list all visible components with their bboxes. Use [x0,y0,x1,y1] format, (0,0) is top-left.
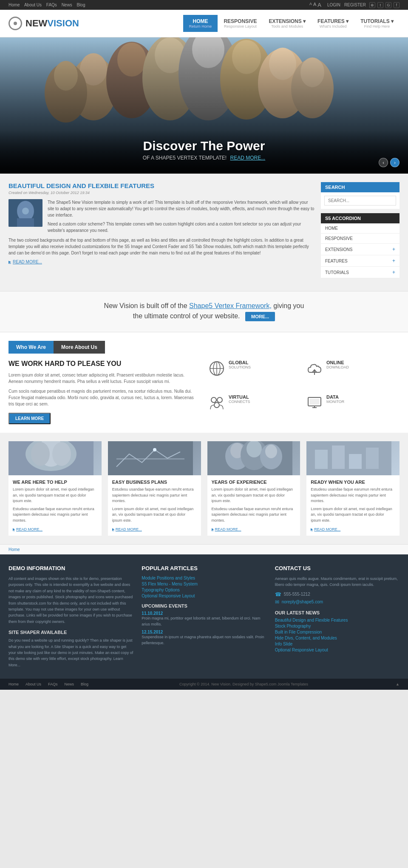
accordion-responsive[interactable]: RESPONSIVE [321,234,400,244]
footer-siteshaper-title: SITE SHAPER AVAILABLE [8,630,133,635]
accordion-features[interactable]: FEATURES + [321,255,400,267]
top-bar-right: A A A LOGIN REGISTER ⊕ t G f [309,2,400,8]
article-read-more[interactable]: READ MORE... [8,260,42,264]
users-icon [208,394,225,411]
social-icons[interactable]: ⊕ t G f [369,2,400,8]
footer-demo-text: All content and images shown on this sit… [8,576,133,625]
tagline-text2: giving you [273,302,304,309]
google-icon[interactable]: G [385,2,391,8]
footer-bottom-blog[interactable]: Blog [81,682,88,686]
sidebar-search-section: SEARCH [321,182,400,209]
accordion-features-label: FEATURES [325,259,348,263]
footer-article-3[interactable]: Typography Options [142,588,266,592]
hero-read-more[interactable]: READ MORE... [230,155,266,161]
font-size-small[interactable]: A [309,2,312,8]
footer-bottom-about[interactable]: About Us [26,682,41,686]
font-size-medium[interactable]: A [313,2,316,8]
accordion-tutorials-label: TUTORIALS [325,270,349,275]
article-image [8,199,42,227]
top-nav-blog[interactable]: Blog [76,3,85,7]
hero-nav[interactable]: ‹ › [379,158,400,167]
font-size-large[interactable]: A [317,2,321,8]
tab-who-we-are[interactable]: Who We Are [8,341,54,354]
breadcrumb-home[interactable]: Home [8,547,20,552]
nav-features[interactable]: FEATURES ▾ What's Included [312,15,354,32]
footer-bottom-home[interactable]: Home [8,682,19,686]
hero-prev-btn[interactable]: ‹ [379,158,388,167]
footer-bottom: Home About Us FAQs News Blog Copyright ©… [0,679,408,690]
accordion-extensions[interactable]: EXTENSIONS + [321,244,400,255]
footer-copyright: Copyright © 2014. New Vision. Designed b… [179,682,308,686]
card-4: READY WHEN YOU ARE Estudesu usandae faqu… [306,441,400,536]
accordion-responsive-label: RESPONSIVE [325,236,353,241]
footer-event-1: 11.10.2012 Proin magna mi, porttitor ege… [142,611,266,627]
footer-bottom-news[interactable]: News [65,682,74,686]
footer-phone-number: 555-555-1212 [284,592,310,597]
top-nav[interactable]: Home About Us FAQs News Blog [8,3,88,7]
card-2-read-more[interactable]: READ MORE... [112,527,142,531]
footer-news-6[interactable]: Optional Responsive Layout [275,648,400,652]
footer-grid: DEMO INFORMATION All content and images … [8,565,400,668]
scroll-top-icon[interactable]: ▲ [396,682,400,686]
card-1-read-more[interactable]: READ MORE... [13,527,42,531]
accordion-extensions-plus: + [392,246,395,252]
nav-extensions[interactable]: EXTENSIONS ▾ Tools and Modules [263,15,312,32]
register-link[interactable]: REGISTER [344,3,366,7]
tagline-more-btn[interactable]: MORE... [245,312,275,321]
facebook-icon[interactable]: f [394,2,400,8]
top-nav-about[interactable]: About Us [24,3,42,7]
nav-home[interactable]: HOME Return Home [183,15,218,32]
footer-news-3[interactable]: Built in File Compression [275,630,400,634]
accordion-home-label: HOME [325,226,338,231]
accordion-title: S5 ACCORDION [321,213,400,223]
footer-article-1[interactable]: Module Positions and Styles [142,576,266,580]
tab-content: WE WORK HARD TO PLEASE YOU Lorem ipsum d… [8,360,400,424]
svg-point-28 [217,397,222,403]
tab-header: Who We Are More About Us [8,341,400,354]
font-size-controls[interactable]: A A A [309,2,321,8]
card-2: EASY BUSINESS PLANS Estudesu usandae faq… [108,441,201,536]
site-logo[interactable]: NEWVISION [8,17,79,30]
email-icon: ✉ [275,599,279,605]
hero-title: Discover The Power [8,139,400,153]
rss-icon[interactable]: ⊕ [369,2,375,8]
main-article: BEAUTIFUL DESIGN AND FLEXBILE FEATURES C… [8,182,314,283]
card-4-read-more[interactable]: READ MORE... [311,527,340,531]
footer-news-4[interactable]: Hide Divs, Content, and Modules [275,636,400,640]
content-flex: BEAUTIFUL DESIGN AND FLEXBILE FEATURES C… [8,182,400,283]
footer-contact-title: CONTACT US [275,565,400,571]
footer-article-4[interactable]: Optional Responsive Layout [142,594,266,598]
auth-links[interactable]: LOGIN REGISTER [325,3,366,7]
accordion-tutorials[interactable]: TUTORIALS + [321,267,400,278]
top-nav-news[interactable]: News [62,3,72,7]
tagline-framework-link[interactable]: Shape5 Vertex Framework, [189,302,272,309]
nav-responsive[interactable]: RESPONSIVE Responsive Layout [218,15,263,32]
content-area: BEAUTIFUL DESIGN AND FLEXBILE FEATURES C… [0,174,408,291]
footer-event-2-text: Suspendisse in ipsum ut magna pharetra a… [142,634,266,646]
footer-article-2[interactable]: S5 Flex Menu - Menu System [142,582,266,586]
twitter-icon[interactable]: t [377,2,383,8]
footer-bottom-nav[interactable]: Home About Us FAQs News Blog [8,682,92,686]
accordion-home[interactable]: HOME [321,223,400,234]
svg-point-27 [211,397,216,403]
nav-home-sub: Return Home [189,24,212,29]
footer-email-link[interactable]: noreply@shape5.com [282,600,323,604]
footer-news-5[interactable]: Info Slide [275,642,400,646]
search-input[interactable] [324,196,396,206]
svg-rect-33 [309,399,320,405]
top-nav-home[interactable]: Home [8,3,20,7]
footer-bottom-faqs[interactable]: FAQs [48,682,58,686]
svg-rect-50 [315,450,328,469]
footer-news-1[interactable]: Beautiful Design and Flexible Features [275,618,400,622]
logo-text-vision: VISION [47,18,79,29]
card-3-read-more[interactable]: READ MORE... [212,527,241,531]
login-link[interactable]: LOGIN [327,3,340,7]
learn-more-btn[interactable]: LEARN MORE [8,413,51,424]
tab-para2: Cum sociis natoque penatibus et magnis d… [8,388,200,407]
nav-tutorials[interactable]: TUTORIALS ▾ Find Help Here [354,15,400,32]
top-nav-faqs[interactable]: FAQs [46,3,57,7]
tab-more-about-us[interactable]: More About Us [54,341,105,354]
footer-news-2[interactable]: Stock Photography [275,624,400,628]
hero-next-btn[interactable]: › [390,158,400,167]
feature-online: ONLINE DOWNLOAD [306,360,400,390]
